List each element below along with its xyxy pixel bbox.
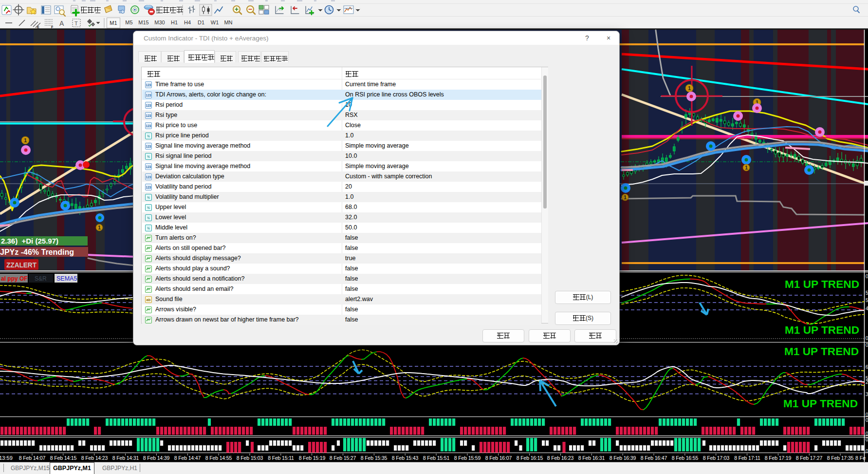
svg-text:8 Feb 14:47: 8 Feb 14:47 xyxy=(174,455,201,461)
svg-text:al ppy OF: al ppy OF xyxy=(1,275,28,282)
svg-text:8 Feb 15:03: 8 Feb 15:03 xyxy=(237,455,263,461)
svg-text:8 Feb 17:27: 8 Feb 17:27 xyxy=(796,455,823,461)
svg-text:4: 4 xyxy=(866,306,868,311)
svg-text:S&R: S&R xyxy=(35,275,47,282)
svg-text:8 Feb 14:07: 8 Feb 14:07 xyxy=(19,455,46,461)
svg-text:8 Feb 14:15: 8 Feb 14:15 xyxy=(50,455,77,461)
svg-text:T: T xyxy=(74,20,78,26)
svg-text:E: E xyxy=(37,25,39,29)
svg-text:1: 1 xyxy=(24,137,27,143)
svg-text:8 Feb 15:11: 8 Feb 15:11 xyxy=(268,455,294,461)
svg-text:1: 1 xyxy=(688,85,691,91)
svg-text:1: 1 xyxy=(745,165,748,171)
svg-text:0: 0 xyxy=(866,449,868,454)
svg-text:0: 0 xyxy=(866,412,868,417)
svg-text:8 Feb 14:55: 8 Feb 14:55 xyxy=(205,455,232,461)
svg-text:8 Fe: 8 Fe xyxy=(855,455,866,461)
svg-text:8 Feb 16:55: 8 Feb 16:55 xyxy=(672,455,699,461)
svg-text:8 Feb 14:23: 8 Feb 14:23 xyxy=(81,455,108,461)
svg-text:M1 UP TREND: M1 UP TREND xyxy=(784,345,859,358)
svg-text:M1 UP TREND: M1 UP TREND xyxy=(783,398,858,410)
svg-text:1: 1 xyxy=(624,194,627,200)
svg-text:0: 0 xyxy=(866,336,868,341)
svg-text:1: 1 xyxy=(98,225,101,230)
svg-text:3: 3 xyxy=(866,392,868,397)
svg-text:8 Feb 17:11: 8 Feb 17:11 xyxy=(734,455,760,461)
svg-text:8 Feb 16:39: 8 Feb 16:39 xyxy=(609,455,636,461)
svg-text:M1 UP TREND: M1 UP TREND xyxy=(785,278,859,290)
svg-text:8 Feb 15:19: 8 Feb 15:19 xyxy=(299,455,326,461)
svg-text:5: 5 xyxy=(866,298,868,303)
svg-text:8 Feb 15:35: 8 Feb 15:35 xyxy=(361,455,388,461)
svg-text:JPYz -46% Trending: JPYz -46% Trending xyxy=(0,248,74,256)
svg-text:6: 6 xyxy=(866,364,868,370)
svg-text:8 Feb 17:03: 8 Feb 17:03 xyxy=(703,455,730,461)
svg-text:8 Feb 17:19: 8 Feb 17:19 xyxy=(765,455,792,461)
svg-text:8 Feb 15:59: 8 Feb 15:59 xyxy=(454,455,481,461)
svg-text:0: 0 xyxy=(866,437,868,442)
svg-text:0: 0 xyxy=(866,274,868,279)
svg-text:0: 0 xyxy=(866,417,868,423)
svg-text:2.36) +Di (25.97): 2.36) +Di (25.97) xyxy=(1,237,58,245)
svg-text:2: 2 xyxy=(866,379,868,385)
svg-text:8 Feb 16:23: 8 Feb 16:23 xyxy=(547,455,574,461)
svg-text:8 Feb 17:35: 8 Feb 17:35 xyxy=(827,455,854,461)
svg-text:8 Feb 14:31: 8 Feb 14:31 xyxy=(112,455,139,461)
svg-text:ZZALERT: ZZALERT xyxy=(6,261,37,269)
svg-text:F: F xyxy=(51,25,54,29)
svg-text:8 Feb 15:51: 8 Feb 15:51 xyxy=(423,455,450,461)
svg-text:8 Feb 15:27: 8 Feb 15:27 xyxy=(330,455,356,461)
svg-text:8 Feb 14:39: 8 Feb 14:39 xyxy=(143,455,170,461)
svg-text:8 Feb 16:07: 8 Feb 16:07 xyxy=(485,455,512,461)
svg-text:0: 0 xyxy=(866,342,868,348)
svg-text:8 Feb 15:43: 8 Feb 15:43 xyxy=(392,455,419,461)
svg-text:A: A xyxy=(59,19,64,27)
svg-text:8 Feb 16:15: 8 Feb 16:15 xyxy=(517,455,543,461)
svg-text:8 Feb 16:31: 8 Feb 16:31 xyxy=(578,455,605,461)
svg-text:13:59: 13:59 xyxy=(0,455,13,461)
svg-text:M1 UP TREND: M1 UP TREND xyxy=(785,324,859,336)
svg-text:0: 0 xyxy=(866,431,868,436)
svg-text:8 Feb 16:47: 8 Feb 16:47 xyxy=(641,455,667,461)
svg-text:SEMA5: SEMA5 xyxy=(56,275,77,282)
svg-text:5: 5 xyxy=(866,290,868,296)
